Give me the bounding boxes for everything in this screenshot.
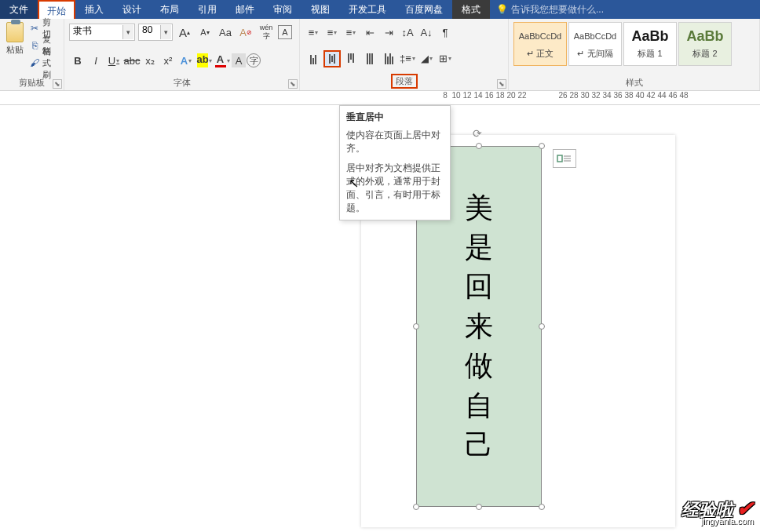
paste-label: 粘贴 xyxy=(6,44,24,56)
resize-handle[interactable] xyxy=(539,143,545,149)
clear-format-button[interactable]: A⊘ xyxy=(237,24,254,41)
superscript-button[interactable]: x² xyxy=(159,52,177,69)
align-distribute-button[interactable] xyxy=(380,50,397,67)
grow-font-button[interactable]: A▴ xyxy=(176,24,193,41)
tooltip-line2: 居中对齐为文档提供正式的外观，通常用于封面、引言，有时用于标题。 xyxy=(346,162,444,215)
svg-rect-0 xyxy=(557,155,562,162)
text-char: 是 xyxy=(465,228,493,267)
tooltip-vertical-center: 垂直居中 使内容在页面上居中对齐。 居中对齐为文档提供正式的外观，通常用于封面、… xyxy=(339,105,451,220)
tell-me-search[interactable]: 💡 告诉我您想要做什么... xyxy=(490,3,610,16)
text-effects-button[interactable]: A▾ xyxy=(177,52,195,69)
resize-handle[interactable] xyxy=(476,143,482,149)
paragraph-group-label: 段落 xyxy=(391,74,418,89)
font-name-value: 隶书 xyxy=(73,25,92,36)
paragraph-launcher[interactable]: ⬊ xyxy=(497,79,506,89)
bullets-button[interactable]: ≡▾ xyxy=(305,24,322,41)
layout-options-icon xyxy=(557,152,572,165)
clipboard-launcher[interactable]: ⬊ xyxy=(53,79,62,89)
tab-view[interactable]: 视图 xyxy=(301,0,339,19)
underline-button[interactable]: U▾ xyxy=(105,52,122,69)
numbering-button[interactable]: ≡▾ xyxy=(323,24,341,41)
style-no-spacing[interactable]: AaBbCcDd ↵ 无间隔 xyxy=(568,22,622,66)
align-top-button[interactable] xyxy=(305,50,322,67)
text-char: 自 xyxy=(465,386,493,425)
style-label: 标题 1 xyxy=(638,48,662,60)
font-launcher[interactable]: ⬊ xyxy=(288,79,298,89)
tab-review[interactable]: 审阅 xyxy=(264,0,301,19)
increase-indent-button[interactable]: ⇥ xyxy=(380,24,397,41)
watermark: 经验啦✔ jingyanla.com xyxy=(681,500,754,526)
font-size-value: 80 xyxy=(142,24,152,35)
rotate-handle-icon[interactable]: ⟳ xyxy=(473,127,485,140)
tab-insert[interactable]: 插入 xyxy=(75,0,113,19)
font-size-select[interactable]: 80 ▾ xyxy=(138,24,173,41)
align-middle-button[interactable] xyxy=(323,50,341,67)
strikethrough-button[interactable]: abc xyxy=(123,52,141,69)
show-marks-button[interactable]: ¶ xyxy=(437,24,454,41)
tab-references[interactable]: 引用 xyxy=(188,0,226,19)
decrease-indent-button[interactable]: ⇤ xyxy=(361,24,378,41)
char-border-button[interactable]: A xyxy=(278,25,292,39)
multilevel-button[interactable]: ≡▾ xyxy=(342,24,360,41)
text-char: 己 xyxy=(465,425,493,465)
italic-button[interactable]: I xyxy=(87,52,104,69)
format-painter-button[interactable]: 🖌 格式刷 xyxy=(28,55,59,71)
group-clipboard: 粘贴 ✂ 剪切 ⎘ 复制 🖌 格式刷 剪贴板 ⬊ xyxy=(0,19,64,90)
text-char: 做 xyxy=(465,346,493,385)
scissors-icon: ✂ xyxy=(30,23,39,34)
watermark-url: jingyanla.com xyxy=(701,518,754,526)
brush-icon: 🖌 xyxy=(30,57,39,68)
style-preview: AaBb xyxy=(686,24,723,48)
ruler-segment-1: 810121416182022 xyxy=(440,91,528,104)
paste-icon xyxy=(6,22,24,42)
change-case-button[interactable]: Aa xyxy=(217,24,234,41)
style-preview: AaBbCcDd xyxy=(574,24,616,48)
bold-button[interactable]: B xyxy=(69,52,86,69)
resize-handle[interactable] xyxy=(539,323,545,330)
chevron-down-icon: ▾ xyxy=(160,25,171,39)
document-canvas: 垂直居中 使内容在页面上居中对齐。 居中对齐为文档提供正式的外观，通常用于封面、… xyxy=(0,105,760,529)
highlight-button[interactable]: ab▾ xyxy=(195,52,213,69)
layout-options-button[interactable] xyxy=(553,149,576,168)
style-label: ↵ 正文 xyxy=(527,48,554,60)
style-label: ↵ 无间隔 xyxy=(577,48,612,60)
tab-mailings[interactable]: 邮件 xyxy=(226,0,264,19)
char-shading-button[interactable]: A xyxy=(232,53,246,67)
chevron-down-icon: ▾ xyxy=(122,25,133,39)
horizontal-ruler[interactable]: 810121416182022 262830323436384042444648 xyxy=(0,91,760,105)
resize-handle[interactable] xyxy=(476,504,482,510)
resize-handle[interactable] xyxy=(539,504,545,510)
font-group-label: 字体 xyxy=(69,77,294,90)
group-paragraph: ≡▾ ≡▾ ≡▾ ⇤ ⇥ ↕A A↓ ¶ ‡≡▾ ◢▾ ⊞▾ 段落 ⬊ xyxy=(300,19,509,90)
text-direction-button[interactable]: ↕A xyxy=(399,24,416,41)
borders-button[interactable]: ⊞▾ xyxy=(437,50,454,67)
sort-button[interactable]: A↓ xyxy=(418,24,435,41)
shrink-font-button[interactable]: A▾ xyxy=(196,24,214,41)
style-preview: AaBbCcDd xyxy=(519,24,561,48)
tooltip-title: 垂直居中 xyxy=(346,111,444,124)
align-bottom-button[interactable] xyxy=(342,50,360,67)
style-normal[interactable]: AaBbCcDd ↵ 正文 xyxy=(513,22,567,66)
font-name-select[interactable]: 隶书 ▾ xyxy=(69,24,135,41)
tab-file[interactable]: 文件 xyxy=(0,0,38,19)
subscript-button[interactable]: x₂ xyxy=(141,52,159,69)
align-justify-v-button[interactable] xyxy=(361,50,378,67)
resize-handle[interactable] xyxy=(413,504,419,510)
shading-button[interactable]: ◢▾ xyxy=(418,50,435,67)
style-preview: AaBb xyxy=(631,24,668,48)
tab-layout[interactable]: 布局 xyxy=(151,0,188,19)
ribbon-tabs: 文件 开始 插入 设计 布局 引用 邮件 审阅 视图 开发工具 百度网盘 格式 … xyxy=(0,0,760,19)
tab-developer[interactable]: 开发工具 xyxy=(339,0,396,19)
style-heading1[interactable]: AaBb 标题 1 xyxy=(623,22,677,66)
tab-baidu[interactable]: 百度网盘 xyxy=(396,0,452,19)
style-heading2[interactable]: AaBb 标题 2 xyxy=(678,22,732,66)
tab-format[interactable]: 格式 xyxy=(452,0,490,19)
paste-button[interactable]: 粘贴 xyxy=(5,20,25,71)
font-color-button[interactable]: A▾ xyxy=(214,52,231,69)
styles-group-label: 样式 xyxy=(513,77,755,90)
resize-handle[interactable] xyxy=(413,323,419,330)
tab-design[interactable]: 设计 xyxy=(113,0,151,19)
enclose-char-button[interactable]: 字 xyxy=(247,53,261,67)
line-spacing-button[interactable]: ‡≡▾ xyxy=(399,50,416,67)
phonetic-button[interactable]: wén字 xyxy=(258,24,275,41)
